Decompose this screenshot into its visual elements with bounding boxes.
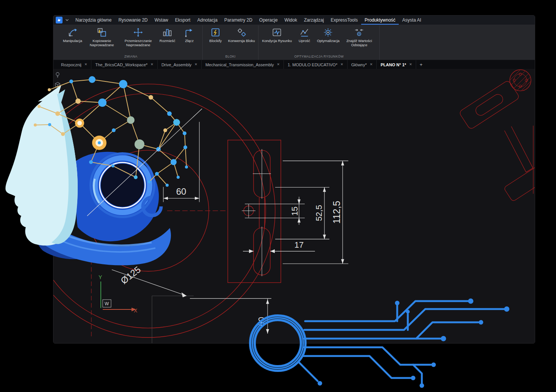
bricscad-logo-icon[interactable]	[56, 17, 63, 23]
ribbon-tool-button[interactable]: Przemieszczanie Naprowadzane	[120, 25, 157, 48]
tool-label: Złącz	[185, 39, 194, 43]
tool-label: Blockify	[209, 39, 222, 43]
menu-item[interactable]: Narzędzia główne	[72, 16, 115, 25]
dim-text-top-width: 60	[176, 186, 186, 197]
side-toolbar-icon[interactable]	[54, 102, 61, 109]
ribbon-group-bloki: Blockify Konwersja Bloku BLOKI	[203, 25, 259, 60]
tab-label: Rozpocznij	[61, 62, 81, 67]
canvas-side-toolbar	[54, 71, 61, 109]
dim-text-slot-span: 52,5	[314, 205, 324, 221]
menu-item[interactable]: Produktywność	[361, 16, 399, 25]
dim-text-key-width: 15	[290, 206, 299, 216]
menu: Narzędzia główne Rysowanie 2D Wstaw Eksp…	[72, 16, 424, 25]
tool-label: Rozmieść	[160, 39, 175, 43]
menu-item[interactable]: Zarządzaj	[301, 16, 327, 25]
tab-label: PLANO N° 1*	[381, 62, 406, 67]
tool-label: Manipulacja	[63, 39, 82, 43]
tool-label: Uprość	[299, 39, 310, 43]
ribbon-tool-button[interactable]: Kondycja Rysunku	[260, 25, 293, 44]
tool-icon	[354, 27, 364, 37]
tool-label: Przemieszczanie Naprowadzane	[122, 39, 155, 47]
tool-icon	[67, 27, 78, 37]
document-tabbar: Rozpocznij The_BricsCAD_Workspace* Drive…	[53, 60, 535, 69]
ribbon-group-label: BLOKI	[205, 54, 257, 60]
document-tab[interactable]: Rozpocznij	[57, 60, 91, 69]
menu-item[interactable]: Rysowanie 2D	[115, 16, 151, 25]
close-tab-icon[interactable]	[409, 63, 412, 66]
close-tab-icon[interactable]	[85, 63, 88, 66]
chevron-down-icon[interactable]	[64, 17, 70, 23]
document-tab[interactable]: PLANO N° 1*	[377, 60, 416, 69]
ucs-x-label: X	[134, 308, 138, 314]
bricscad-window: Narzędzia główne Rysowanie 2D Wstaw Eksp…	[53, 15, 535, 344]
ucs-icon: Y W X	[99, 274, 138, 314]
ribbon-tool-button[interactable]: Kopiowanie Naprowadzane	[84, 25, 120, 48]
new-tab-button[interactable]: +	[416, 60, 426, 69]
tool-icon	[162, 27, 172, 37]
ucs-w-label: W	[105, 301, 109, 306]
dim-text-slot-width: 17	[294, 240, 304, 250]
close-tab-icon[interactable]	[277, 63, 280, 66]
document-tab[interactable]: Mechanical_Transmission_Assembly	[202, 60, 284, 69]
tab-label: 1. MODULO EDUCATIVO*	[288, 62, 337, 67]
hatched-flange-circle	[504, 69, 535, 95]
ribbon: Manipulacja Kopiowanie Naprowadzane Prze…	[53, 25, 535, 60]
close-tab-icon[interactable]	[340, 63, 343, 66]
tab-label: The_BricsCAD_Workspace*	[95, 62, 147, 67]
side-toolbar-icon[interactable]	[54, 92, 61, 98]
side-toolbar-icon[interactable]	[54, 81, 61, 88]
menu-item[interactable]: Widok	[281, 16, 301, 25]
close-tab-icon[interactable]	[370, 63, 373, 66]
ribbon-group-zmiana: Manipulacja Kopiowanie Naprowadzane Prze…	[60, 25, 203, 60]
dim-text-total-span: 112,5	[331, 201, 342, 224]
menu-item[interactable]: Eksport	[172, 16, 194, 25]
tool-icon	[236, 27, 247, 37]
tool-icon	[299, 27, 310, 37]
dim-text-offset: 60	[257, 317, 266, 326]
tool-icon	[210, 27, 221, 37]
ribbon-tool-button[interactable]: Rozmieść	[157, 25, 179, 44]
tool-label: Optymalizacja	[317, 39, 340, 43]
document-tab[interactable]: 1. MODULO EDUCATIVO*	[284, 60, 348, 69]
menu-item[interactable]: Parametry 2D	[221, 16, 256, 25]
drawing-frame	[152, 296, 194, 343]
ribbon-tool-button[interactable]: Manipulacja	[61, 25, 84, 44]
ribbon-tool-button[interactable]: Blockify	[205, 25, 227, 44]
ribbon-group-label: ZMIANA	[61, 54, 200, 60]
document-tab[interactable]: The_BricsCAD_Workspace*	[91, 60, 158, 69]
cad-drawing: 60 15 52,5 112,5 17 60 Y W X	[53, 69, 535, 343]
dimensions	[163, 122, 348, 334]
menu-item[interactable]: Wstaw	[151, 16, 172, 25]
ribbon-tool-button[interactable]: Znajdź Wartości Odstające	[341, 25, 377, 48]
ribbon-empty-space	[380, 25, 533, 60]
document-tab[interactable]: Główny*	[348, 60, 377, 69]
side-toolbar-icon[interactable]	[54, 71, 61, 78]
tool-icon	[184, 27, 194, 37]
desktop: Narzędzia główne Rysowanie 2D Wstaw Eksp…	[0, 0, 556, 392]
ribbon-group-optymalizacja: Kondycja Rysunku Uprość Optymalizacja	[258, 25, 379, 60]
ucs-y-label: Y	[99, 274, 102, 280]
ribbon-group-label: OPTYMALIZACJA RYSUNKÓW	[260, 54, 377, 60]
tool-label: Znajdź Wartości Odstające	[343, 39, 376, 47]
tool-icon	[323, 27, 333, 37]
tool-label: Konwersja Bloku	[228, 39, 255, 43]
document-tab[interactable]: Drive_Assembly	[158, 60, 202, 69]
close-tab-icon[interactable]	[150, 63, 153, 66]
tool-label: Kondycja Rysunku	[262, 39, 292, 43]
close-tab-icon[interactable]	[194, 63, 197, 66]
tool-icon	[272, 27, 282, 37]
red-flange-geometry	[53, 84, 281, 338]
menu-item[interactable]: Operacje	[256, 16, 281, 25]
ribbon-tool-button[interactable]: Optymalizacja	[315, 25, 341, 44]
menubar: Narzędzia główne Rysowanie 2D Wstaw Eksp…	[53, 16, 535, 25]
tool-icon	[133, 27, 143, 37]
drawing-canvas[interactable]: 60 15 52,5 112,5 17 60 Y W X	[53, 69, 535, 343]
red-isometric-parts	[459, 80, 535, 202]
menu-item[interactable]: Asysta AI	[399, 16, 424, 25]
ribbon-tool-button[interactable]: Uprość	[293, 25, 315, 44]
tool-label: Kopiowanie Naprowadzane	[85, 39, 119, 47]
ribbon-tool-button[interactable]: Złącz	[179, 25, 200, 44]
ribbon-tool-button[interactable]: Konwersja Bloku	[227, 25, 257, 44]
menu-item[interactable]: Adnotacja	[194, 16, 221, 25]
menu-item[interactable]: ExpressTools	[327, 16, 361, 25]
